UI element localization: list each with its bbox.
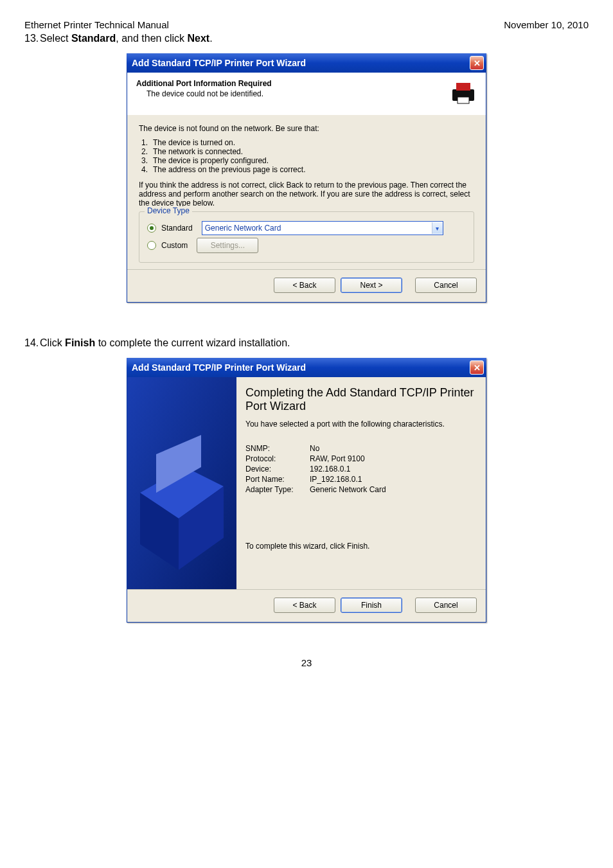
wizard-dialog-1: Add Standard TCP/IP Printer Port Wizard … bbox=[127, 53, 486, 303]
close-icon: ✕ bbox=[474, 58, 481, 68]
settings-button: Settings... bbox=[197, 238, 258, 253]
svg-rect-1 bbox=[456, 83, 470, 91]
header-title: Additional Port Information Required bbox=[136, 79, 272, 88]
wizard-sidebar bbox=[127, 377, 236, 589]
cancel-button[interactable]: Cancel bbox=[415, 278, 477, 293]
list-item: The address on the previous page is corr… bbox=[153, 165, 305, 174]
header-subtitle: The device could not be identified. bbox=[136, 89, 272, 98]
manual-date: November 10, 2010 bbox=[504, 19, 589, 30]
kv-row: Adapter Type:Generic Network Card bbox=[245, 485, 474, 494]
kv-row: Port Name:IP_192.168.0.1 bbox=[245, 475, 474, 484]
dialog-title: Add Standard TCP/IP Printer Port Wizard bbox=[132, 58, 306, 68]
device-type-combo[interactable]: Generic Network Card ▾ bbox=[202, 221, 443, 235]
printer-icon bbox=[450, 79, 477, 106]
radio-custom-label: Custom bbox=[161, 241, 188, 250]
combo-value: Generic Network Card bbox=[205, 224, 281, 233]
completion-heading: Completing the Add Standard TCP/IP Print… bbox=[245, 386, 474, 413]
manual-title: Ethernet Printer Technical Manual bbox=[24, 19, 169, 30]
back-button[interactable]: < Back bbox=[274, 598, 335, 613]
step-13: 13.Select Standard, and then click Next. bbox=[24, 33, 589, 44]
kv-row: SNMP:No bbox=[245, 444, 474, 453]
back-button[interactable]: < Back bbox=[274, 278, 335, 293]
titlebar[interactable]: Add Standard TCP/IP Printer Port Wizard … bbox=[127, 53, 486, 73]
group-legend: Device Type bbox=[145, 206, 192, 215]
step-14-num: 14. bbox=[24, 337, 40, 349]
cancel-button[interactable]: Cancel bbox=[415, 598, 477, 613]
list-item: The network is connected. bbox=[153, 147, 243, 156]
completion-sub: You have selected a port with the follow… bbox=[245, 420, 474, 429]
titlebar[interactable]: Add Standard TCP/IP Printer Port Wizard … bbox=[127, 358, 486, 377]
finish-button[interactable]: Finish bbox=[341, 598, 402, 613]
list-item: The device is turned on. bbox=[153, 138, 235, 147]
kv-row: Protocol:RAW, Port 9100 bbox=[245, 454, 474, 463]
wizard-dialog-2: Add Standard TCP/IP Printer Port Wizard … bbox=[127, 358, 486, 623]
chevron-down-icon[interactable]: ▾ bbox=[432, 222, 443, 234]
page-number: 23 bbox=[24, 657, 589, 668]
step-13-num: 13. bbox=[24, 33, 40, 44]
close-icon: ✕ bbox=[474, 363, 481, 373]
close-button[interactable]: ✕ bbox=[470, 360, 484, 375]
finish-instruction: To complete this wizard, click Finish. bbox=[245, 542, 474, 551]
svg-rect-2 bbox=[458, 97, 469, 103]
radio-custom[interactable] bbox=[147, 241, 156, 250]
intro-text: The device is not found on the network. … bbox=[139, 124, 474, 133]
kv-row: Device:192.168.0.1 bbox=[245, 465, 474, 474]
device-type-group: Device Type Standard Generic Network Car… bbox=[139, 211, 474, 263]
list-item: The device is properly configured. bbox=[153, 156, 269, 165]
radio-standard-label: Standard bbox=[161, 224, 193, 233]
radio-standard[interactable] bbox=[147, 224, 156, 233]
step-14: 14.Click Finish to complete the current … bbox=[24, 337, 589, 349]
dialog-title: Add Standard TCP/IP Printer Port Wizard bbox=[132, 362, 306, 373]
close-button[interactable]: ✕ bbox=[470, 56, 484, 70]
guidance-text: If you think the address is not correct,… bbox=[139, 181, 474, 208]
next-button[interactable]: Next > bbox=[341, 278, 402, 293]
